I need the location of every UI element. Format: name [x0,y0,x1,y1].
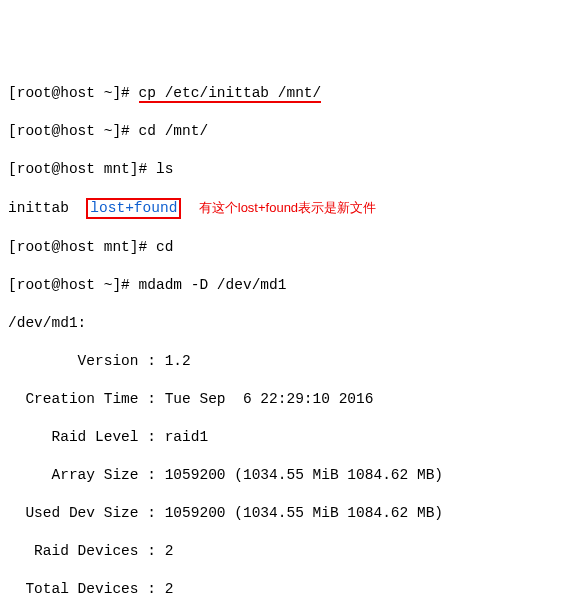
term-line-2: [root@host ~]# cd /mnt/ [8,122,575,141]
term-line-1: [root@host ~]# cp /etc/inittab /mnt/ [8,84,575,103]
mdadm-used-dev-size: Used Dev Size : 1059200 (1034.55 MiB 108… [8,504,575,523]
mdadm-version: Version : 1.2 [8,352,575,371]
term-line-4: inittab lost+found 有这个lost+found表示是新文件 [8,198,575,219]
term-line-5: [root@host mnt]# cd [8,238,575,257]
mdadm-raid-devices: Raid Devices : 2 [8,542,575,561]
cmd-cp: cp /etc/inittab /mnt/ [139,85,322,103]
mdadm-total-devices: Total Devices : 2 [8,580,575,595]
annotation-lostfound: 有这个lost+found表示是新文件 [199,200,376,215]
term-line-3: [root@host mnt]# ls [8,160,575,179]
term-line-7: /dev/md1: [8,314,575,333]
mdadm-raid-level: Raid Level : raid1 [8,428,575,447]
term-line-6: [root@host ~]# mdadm -D /dev/md1 [8,276,575,295]
ls-out-lostfound: lost+found [86,198,181,219]
ls-out-inittab: inittab [8,200,86,216]
mdadm-creation-time: Creation Time : Tue Sep 6 22:29:10 2016 [8,390,575,409]
prompt: [root@host ~]# [8,85,139,101]
mdadm-array-size: Array Size : 1059200 (1034.55 MiB 1084.6… [8,466,575,485]
